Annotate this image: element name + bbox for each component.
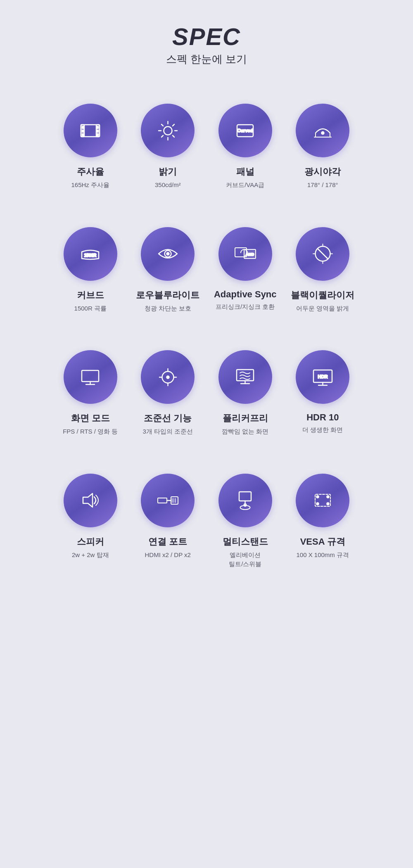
adaptive-sync-desc: 프리싱크/지싱크 호환 <box>216 302 275 312</box>
svg-text:Curved: Curved <box>237 128 253 133</box>
panel-icon-circle: Curved <box>218 104 272 157</box>
spec-hdr: HDR HDR 10 더 생생한 화면 <box>284 338 362 453</box>
stand-label: 멀티스탠드 <box>223 536 268 548</box>
spec-adaptive-sync: AMD Adaptive Sync 프리싱크/지싱크 호환 <box>206 215 284 330</box>
crosshair-icon-circle <box>141 350 195 404</box>
brightness-label: 밝기 <box>159 166 177 178</box>
spec-flicker-free: 플리커프리 깜빡임 없는 화면 <box>206 338 284 453</box>
svg-text:1500R: 1500R <box>84 253 97 258</box>
curve-label: 커브드 <box>77 289 104 301</box>
svg-rect-9 <box>97 130 98 132</box>
svg-line-16 <box>161 124 163 126</box>
hdr-desc: 더 생생한 화면 <box>302 425 343 435</box>
crosshair-label: 조준선 기능 <box>144 412 192 425</box>
svg-rect-8 <box>97 126 98 128</box>
vesa-desc: 100 X 100mm 규격 <box>296 550 349 560</box>
stand-icon-circle <box>218 474 272 527</box>
svg-rect-7 <box>82 134 84 136</box>
svg-line-19 <box>161 135 163 137</box>
viewing-angle-icon-circle <box>296 104 349 157</box>
speaker-desc: 2w + 2w 탑재 <box>72 550 109 560</box>
black-equalizer-icon-circle <box>296 227 349 281</box>
spec-row-1: 주사율 165Hz 주사율 밝기 350cd/m² <box>52 91 361 206</box>
spec-row-2: 1500R 커브드 1500R 곡률 로우블루라이트 청광 차단눈 보호 <box>52 215 361 330</box>
vesa-icon-circle <box>296 474 349 527</box>
svg-marker-54 <box>83 493 93 507</box>
ports-label: 연결 포트 <box>148 536 187 548</box>
svg-rect-5 <box>82 126 84 128</box>
spec-screen-mode: 화면 모드 FPS / RTS / 영화 등 <box>52 338 129 453</box>
hdr-icon-circle: HDR <box>296 350 349 404</box>
low-blue-desc: 청광 차단눈 보호 <box>145 304 191 313</box>
flicker-free-icon-circle <box>218 350 272 404</box>
stand-icon <box>232 487 259 514</box>
brightness-desc: 350cd/m² <box>155 180 181 190</box>
header-section: SPEC 스펙 한눈에 보기 <box>166 25 247 66</box>
page-wrapper: SPEC 스펙 한눈에 보기 <box>52 0 361 594</box>
spec-brightness: 밝기 350cd/m² <box>129 91 207 206</box>
svg-rect-10 <box>97 134 98 136</box>
svg-point-68 <box>316 503 318 505</box>
curved-icon: Curved <box>232 117 259 144</box>
spec-refresh-rate: 주사율 165Hz 주사율 <box>52 91 129 206</box>
speaker-icon-circle <box>64 474 117 527</box>
flicker-free-desc: 깜빡임 없는 화면 <box>222 427 268 436</box>
adaptive-sync-label: Adaptive Sync <box>214 289 277 300</box>
viewing-angle-desc: 178° / 178° <box>307 180 338 190</box>
flicker-free-label: 플리커프리 <box>223 412 268 425</box>
svg-point-69 <box>327 503 329 505</box>
adaptive-sync-icon-circle: AMD <box>218 227 272 281</box>
svg-point-25 <box>321 132 324 134</box>
speaker-label: 스피커 <box>77 536 104 548</box>
spec-black-equalizer: 블랙이퀄라이저 어두운 영역을 밝게 <box>284 215 362 330</box>
svg-point-46 <box>166 376 169 378</box>
viewing-angle-label: 광시야각 <box>304 166 341 178</box>
black-equalizer-label: 블랙이퀄라이저 <box>291 289 354 301</box>
spec-panel: Curved 패널 커브드/VAA급 <box>206 91 284 206</box>
no-circle-icon <box>309 240 336 267</box>
hdr-monitor-icon: HDR <box>309 364 336 391</box>
svg-point-28 <box>166 253 169 255</box>
vesa-label: VESA 규격 <box>300 536 345 548</box>
svg-point-67 <box>327 496 329 498</box>
low-blue-label: 로우블루라이트 <box>136 289 199 301</box>
ports-icon <box>154 487 181 514</box>
refresh-rate-label: 주사율 <box>77 166 104 178</box>
curve-icon-circle: 1500R <box>64 227 117 281</box>
screen-mode-icon-circle <box>64 350 117 404</box>
spec-speaker: 스피커 2w + 2w 탑재 <box>52 461 129 586</box>
speaker-icon <box>77 487 104 514</box>
svg-line-17 <box>173 135 174 137</box>
eye-icon <box>154 240 181 267</box>
crosshair-icon <box>154 364 181 391</box>
svg-rect-55 <box>158 498 167 503</box>
svg-rect-6 <box>82 130 84 132</box>
curve-desc: 1500R 곡률 <box>74 304 107 313</box>
low-blue-icon-circle <box>141 227 195 281</box>
screen-mode-label: 화면 모드 <box>71 412 110 425</box>
svg-text:HDR: HDR <box>318 374 328 379</box>
spec-crosshair: 조준선 기능 3개 타입의 조준선 <box>129 338 207 453</box>
svg-line-18 <box>173 124 174 126</box>
page-title: SPEC <box>166 25 247 49</box>
ports-desc: HDMI x2 / DP x2 <box>145 550 191 560</box>
display-icon <box>77 364 104 391</box>
refresh-rate-desc: 165Hz 주사율 <box>71 180 109 190</box>
svg-text:AMD: AMD <box>246 252 254 256</box>
svg-point-11 <box>164 126 172 135</box>
spec-stand: 멀티스탠드 엘리베이션틸트/스위블 <box>206 461 284 586</box>
amd-adaptive-sync-icon: AMD <box>232 240 259 267</box>
waves-icon <box>232 364 259 391</box>
spec-row-4: 스피커 2w + 2w 탑재 연결 포트 HDMI x2 / DP x2 <box>52 461 361 586</box>
brightness-icon-circle <box>141 104 195 157</box>
panel-desc: 커브드/VAA급 <box>226 180 264 190</box>
film-icon <box>77 117 104 144</box>
page-subtitle: 스펙 한눈에 보기 <box>166 52 247 66</box>
vesa-icon <box>309 487 336 514</box>
spec-ports: 연결 포트 HDMI x2 / DP x2 <box>129 461 207 586</box>
crosshair-desc: 3개 타입의 조준선 <box>142 427 193 436</box>
sun-icon <box>154 117 181 144</box>
black-equalizer-desc: 어두운 영역을 밝게 <box>296 304 349 313</box>
svg-rect-38 <box>82 370 99 382</box>
svg-point-66 <box>316 496 318 498</box>
